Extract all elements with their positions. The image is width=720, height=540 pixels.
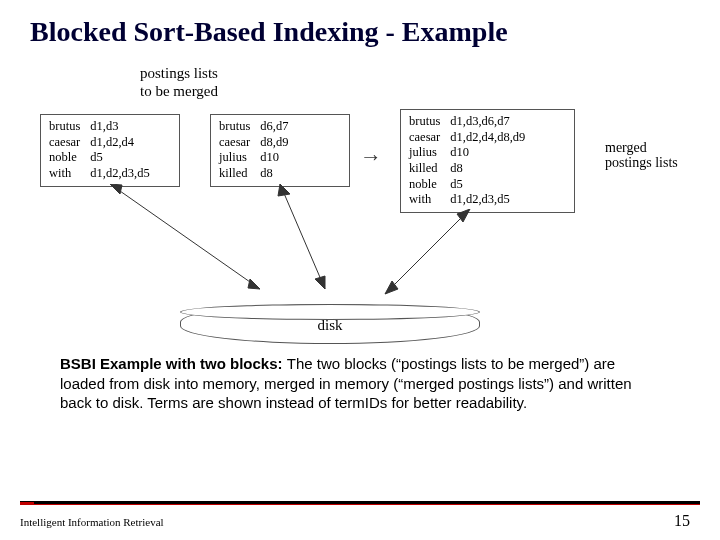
block-1: brutusd1,d3 caesard1,d2,d4 nobled5 withd… (40, 114, 180, 187)
block-merged: brutusd1,d3,d6,d7 caesard1,d2,d4,d8,d9 j… (400, 109, 575, 213)
svg-marker-2 (110, 184, 122, 194)
label-merged-postings: merged postings lists (605, 140, 695, 171)
svg-marker-1 (248, 279, 260, 289)
block-merged-table: brutusd1,d3,d6,d7 caesard1,d2,d4,d8,d9 j… (409, 114, 530, 208)
arrow-merged-to-disk-icon (380, 209, 500, 309)
svg-line-0 (110, 184, 260, 289)
footer-divider (20, 502, 700, 504)
footer-left: Intelligent Information Retrieval (20, 516, 164, 528)
slide-title: Blocked Sort-Based Indexing - Example (0, 0, 720, 56)
arrow-merge-icon: → (360, 144, 382, 170)
svg-line-3 (280, 184, 325, 289)
page-number: 15 (674, 512, 690, 530)
block-2-table: brutusd6,d7 caesard8,d9 juliusd10 killed… (219, 119, 293, 182)
bsbi-diagram: postings lists to be merged merged posti… (30, 64, 690, 344)
disk-cylinder-icon: disk (180, 304, 480, 344)
svg-marker-5 (278, 184, 290, 196)
label-postings-to-merge: postings lists to be merged (140, 64, 218, 100)
arrow-block1-to-disk-icon (100, 184, 280, 304)
caption-bold: BSBI Example with two blocks: (60, 355, 287, 372)
disk-label: disk (181, 317, 479, 334)
disk: disk (180, 304, 480, 344)
svg-line-6 (385, 209, 470, 294)
block-1-table: brutusd1,d3 caesard1,d2,d4 nobled5 withd… (49, 119, 155, 182)
block-2: brutusd6,d7 caesard8,d9 juliusd10 killed… (210, 114, 350, 187)
svg-marker-4 (315, 276, 325, 289)
caption: BSBI Example with two blocks: The two bl… (0, 344, 720, 413)
arrow-block2-to-disk-icon (270, 184, 350, 304)
